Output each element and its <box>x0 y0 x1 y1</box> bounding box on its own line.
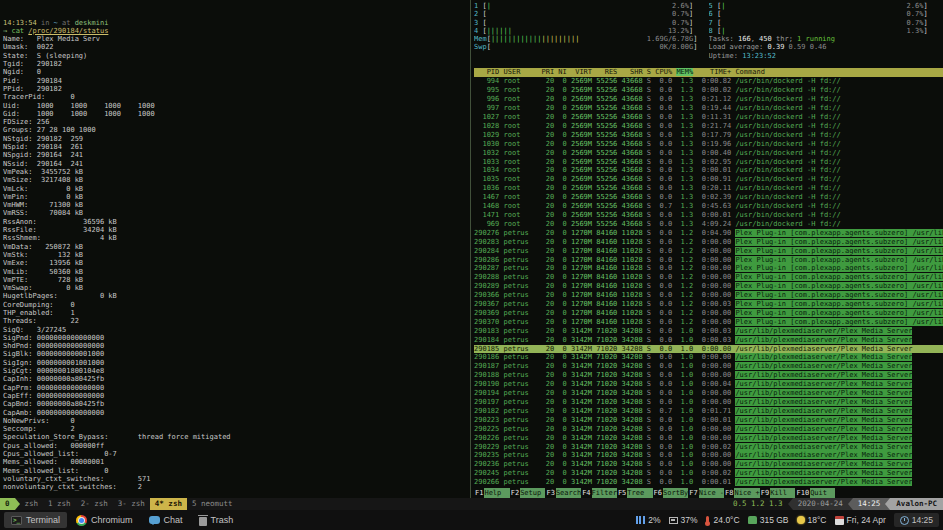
process-row[interactable]: 1030 root 20 0 2569M 55256 43668 S 0.0 1… <box>474 140 943 149</box>
process-row[interactable]: 290197 petrus 20 0 3142M 71020 34208 S 0… <box>474 398 943 407</box>
terminal-line: SigPnd: 0000000000000000 <box>3 334 470 342</box>
tmux-session-badge[interactable]: 0 <box>0 498 15 510</box>
task-button-terminal[interactable]: Terminal <box>4 512 67 528</box>
process-row[interactable]: 1027 root 20 0 2569M 55256 43668 S 0.0 1… <box>474 113 943 122</box>
fkey-tree-button[interactable]: F5Tree <box>617 488 653 498</box>
process-row[interactable]: 290223 petrus 20 0 3142M 71020 34208 S 0… <box>474 416 943 425</box>
process-row[interactable]: 290187 petrus 20 0 3142M 71020 34208 S 0… <box>474 362 943 371</box>
process-row[interactable]: 290188 petrus 20 0 3142M 71020 34208 S 0… <box>474 371 943 380</box>
task-button-chromium[interactable]: Chromium <box>69 512 140 528</box>
process-row[interactable]: 290185 petrus 20 0 3142M 71020 34208 S 0… <box>474 345 943 354</box>
task-button-chat[interactable]: Chat <box>142 512 190 528</box>
process-row[interactable]: 290287 petrus 20 0 1270M 84160 11028 S 0… <box>474 264 943 273</box>
tmux-window-3-zsh[interactable]: 3- zsh <box>113 498 150 510</box>
weather-icon <box>797 516 805 524</box>
process-row[interactable]: 290284 petrus 20 0 1270M 84160 11028 S 0… <box>474 247 943 256</box>
process-row[interactable]: 994 root 20 0 2569M 55256 43668 S 0.0 1.… <box>474 77 943 86</box>
process-row[interactable]: 290229 petrus 20 0 3142M 71020 34208 S 0… <box>474 443 943 452</box>
terminal-line: VmSwap: 0 kB <box>3 284 470 292</box>
process-row[interactable]: 290226 petrus 20 0 3142M 71020 34208 S 0… <box>474 434 943 443</box>
terminal-line: Gid: 1000 1000 1000 1000 <box>3 110 470 118</box>
process-row[interactable]: 290266 petrus 20 0 3142M 71020 34208 S 0… <box>474 478 943 487</box>
fkey-kill-button[interactable]: F9Kill <box>760 488 796 498</box>
terminal-line: VmSize: 3217408 kB <box>3 176 470 184</box>
htop-header-row[interactable]: PID USER PRI NI VIRT RES SHR S CPU% MEM%… <box>474 68 943 77</box>
htop-meter-row: 1 [| 2.6%]5 [| 2.6%] <box>474 2 943 10</box>
terminal-line: Seccomp: 2 <box>3 425 470 433</box>
tmux-hostname: Avalon-PC <box>890 498 943 510</box>
process-row[interactable]: 290245 petrus 20 0 3142M 71020 34208 S 0… <box>474 469 943 478</box>
tray-disk-indicator[interactable]: 315 GB <box>748 515 789 525</box>
fkey-search-button[interactable]: F3Search <box>545 488 581 498</box>
system-tray-items: 2%37%24.0°C315 GB18°C <box>636 515 826 525</box>
tray-weather-indicator[interactable]: 18°C <box>797 515 827 525</box>
process-row[interactable]: 1032 root 20 0 2569M 55256 43668 S 0.0 1… <box>474 149 943 158</box>
taskbar-date[interactable]: Fri, 24 Apr <box>835 515 886 525</box>
fkey-help-button[interactable]: F1Help <box>474 488 510 498</box>
tray-temp-indicator[interactable]: 24.0°C <box>706 515 740 525</box>
htop-meter: 6 [ 0.7%] <box>709 10 943 18</box>
process-row[interactable]: 290184 petrus 20 0 3142M 71020 34208 S 0… <box>474 336 943 345</box>
htop-meter-row: 4 [|||||| 13.2%]8 [| 1.3%] <box>474 27 943 35</box>
process-row[interactable]: 996 root 20 0 2569M 55256 43668 S 0.0 1.… <box>474 95 943 104</box>
process-row[interactable]: 1471 root 20 0 2569M 55256 43668 S 0.0 1… <box>474 211 943 220</box>
terminal-line: Cpus_allowed: 000000ff <box>3 442 470 450</box>
process-row[interactable]: 1035 root 20 0 2569M 55256 43668 S 0.0 1… <box>474 175 943 184</box>
process-row[interactable]: 290276 petrus 20 0 1270M 84160 11028 S 0… <box>474 229 943 238</box>
process-row[interactable]: 1467 root 20 0 2569M 55256 43668 S 0.0 1… <box>474 193 943 202</box>
process-row[interactable]: 1034 root 20 0 2569M 55256 43668 S 0.0 1… <box>474 166 943 175</box>
process-row[interactable]: 290369 petrus 20 0 1270M 84160 11028 S 0… <box>474 309 943 318</box>
process-row[interactable]: 1028 root 20 0 2569M 55256 43668 S 0.0 1… <box>474 122 943 131</box>
terminal-line: VmPTE: 728 kB <box>3 276 470 284</box>
fkey-nice-button[interactable]: F8Nice + <box>724 488 760 498</box>
htop-pane[interactable]: 1 [| 2.6%]5 [| 2.6%]2 [ 0.7%]6 [ <box>471 0 943 498</box>
process-row[interactable]: 290183 petrus 20 0 3142M 71020 34208 S 0… <box>474 327 943 336</box>
process-row[interactable]: 290186 petrus 20 0 3142M 71020 34208 S 0… <box>474 353 943 362</box>
process-row[interactable]: 1029 root 20 0 2569M 55256 43668 S 0.0 1… <box>474 131 943 140</box>
tmux-window-4-zsh[interactable]: 4* zsh <box>150 498 187 510</box>
tray-cpu-indicator[interactable]: 2% <box>636 515 660 525</box>
process-row[interactable]: 290182 petrus 20 0 3142M 71020 34208 S 0… <box>474 407 943 416</box>
tmux-window-2-zsh[interactable]: 2- zsh <box>76 498 113 510</box>
screen: 14:13:54 in ~ at deskmini→ cat /proc/290… <box>0 0 943 530</box>
terminal-line: voluntary_ctxt_switches: 571 <box>3 475 470 483</box>
process-row[interactable]: 290367 petrus 20 0 1270M 84160 11028 S 0… <box>474 300 943 309</box>
process-row[interactable]: 995 root 20 0 2569M 55256 43668 S 0.0 1.… <box>474 86 943 95</box>
terminal-line: VmPeak: 3455752 kB <box>3 168 470 176</box>
process-row[interactable]: 997 root 20 0 2569M 55256 43668 S 0.0 1.… <box>474 104 943 113</box>
process-row[interactable]: 290366 petrus 20 0 1270M 84160 11028 S 0… <box>474 291 943 300</box>
fkey-setup-button[interactable]: F2Setup <box>510 488 546 498</box>
process-row[interactable]: 290190 petrus 20 0 3142M 71020 34208 S 0… <box>474 380 943 389</box>
fkey-filter-button[interactable]: F4Filter <box>581 488 617 498</box>
tmux-window-5-neomutt[interactable]: 5 neomutt <box>187 498 238 510</box>
process-row[interactable]: 1468 root 20 0 2569M 55256 43668 S 0.7 1… <box>474 202 943 211</box>
fkey-quit-button[interactable]: F10Quit <box>795 488 835 498</box>
taskbar-clock[interactable]: 14:25 <box>894 513 939 527</box>
terminal-line: VmLib: 50360 kB <box>3 268 470 276</box>
task-button-trash[interactable]: Trash <box>192 512 241 528</box>
process-row[interactable]: 290289 petrus 20 0 1270M 84160 11028 S 0… <box>474 282 943 291</box>
tmux-window-1-zsh[interactable]: 1 zsh <box>43 498 76 510</box>
process-row[interactable]: 1033 root 20 0 2569M 55256 43668 S 0.0 1… <box>474 158 943 167</box>
left-terminal-lines: 14:13:54 in ~ at deskmini→ cat /proc/290… <box>3 19 470 498</box>
process-row[interactable]: 969 root 20 0 2569M 55256 43668 S 0.0 1.… <box>474 220 943 229</box>
process-row[interactable]: 290283 petrus 20 0 1270M 84160 11028 S 0… <box>474 238 943 247</box>
tmux-window-zsh[interactable]: zsh <box>20 498 44 510</box>
fkey-sortby-button[interactable]: F6SortBy <box>653 488 689 498</box>
fkey-nice-button[interactable]: F7Nice - <box>688 488 724 498</box>
process-row[interactable]: 1036 root 20 0 2569M 55256 43668 S 0.0 1… <box>474 184 943 193</box>
terminal-line: Mems_allowed_list: 0 <box>3 467 470 475</box>
terminal-line: nonvoluntary_ctxt_switches: 2 <box>3 483 470 491</box>
process-row[interactable]: 290194 petrus 20 0 3142M 71020 34208 S 0… <box>474 389 943 398</box>
tray-ram-indicator[interactable]: 37% <box>669 515 698 525</box>
htop-table-header[interactable]: PID USER PRI NI VIRT RES SHR S CPU% MEM%… <box>474 68 943 77</box>
taskbar: TerminalChromiumChatTrash 2%37%24.0°C315… <box>0 510 943 530</box>
process-row[interactable]: 290225 petrus 20 0 3142M 71020 34208 S 0… <box>474 425 943 434</box>
left-terminal-pane[interactable]: 14:13:54 in ~ at deskmini→ cat /proc/290… <box>0 0 470 498</box>
process-row[interactable]: 290288 petrus 20 0 1270M 84160 11028 S 0… <box>474 273 943 282</box>
process-row[interactable]: 290235 petrus 20 0 3142M 71020 34208 S 0… <box>474 451 943 460</box>
process-row[interactable]: 290236 petrus 20 0 3142M 71020 34208 S 0… <box>474 460 943 469</box>
process-row[interactable]: 290286 petrus 20 0 1270M 84160 11028 S 0… <box>474 256 943 265</box>
process-row[interactable]: 290370 petrus 20 0 1270M 84160 11028 S 0… <box>474 318 943 327</box>
terminal-line: Ngid: 0 <box>3 68 470 76</box>
